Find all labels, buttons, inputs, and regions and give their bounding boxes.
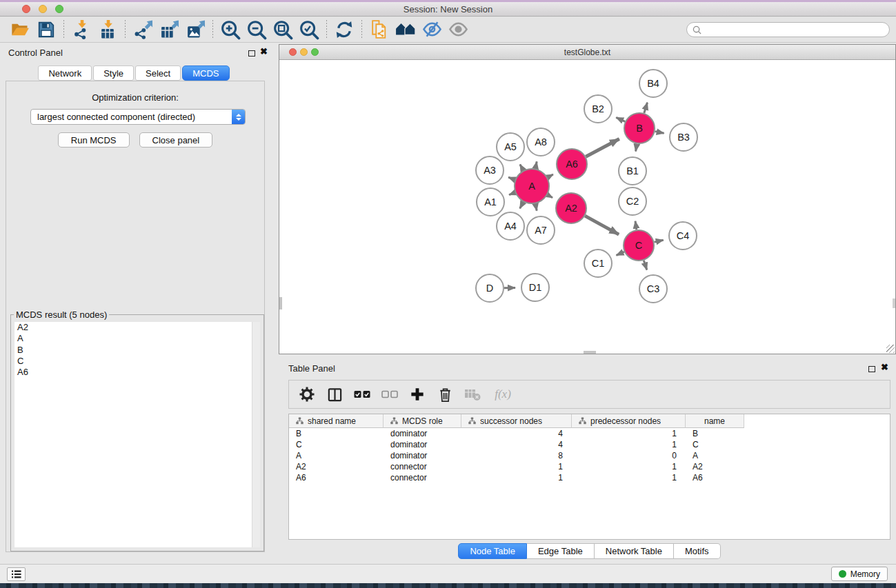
table-cell[interactable]: A6: [686, 473, 744, 483]
table-cell[interactable]: C: [686, 440, 744, 449]
table-cell[interactable]: 4: [461, 440, 572, 449]
network-node-A1[interactable]: A1: [477, 188, 504, 216]
column-header-MCDS-role[interactable]: MCDS role: [384, 414, 461, 428]
function-builder-button[interactable]: f(x): [488, 383, 518, 406]
table-cell[interactable]: dominator: [384, 440, 461, 449]
export-table-button[interactable]: [156, 19, 182, 41]
table-cell[interactable]: 1: [461, 473, 572, 483]
table-row[interactable]: A2connector11A2: [289, 461, 890, 472]
delete-table-button[interactable]: [460, 383, 485, 406]
show-graphics-details-button[interactable]: [445, 19, 471, 41]
table-cell[interactable]: 1: [572, 429, 686, 438]
zoom-selected-button[interactable]: [296, 19, 322, 41]
network-edge-A-A8[interactable]: [535, 161, 537, 168]
add-column-button[interactable]: [405, 383, 430, 406]
network-edge-B-B3[interactable]: [655, 132, 664, 134]
network-edge-B-B4[interactable]: [644, 103, 648, 113]
tab-network[interactable]: Network: [38, 65, 92, 81]
tab-mcds[interactable]: MCDS: [182, 65, 229, 81]
zoom-in-button[interactable]: [217, 19, 243, 41]
splitpane-handle-left[interactable]: [279, 297, 282, 310]
column-header-predecessor-nodes[interactable]: predecessor nodes: [572, 414, 686, 428]
table-row[interactable]: Bdominator41B: [289, 428, 890, 439]
network-edge-A2-C[interactable]: [585, 216, 619, 234]
table-cell[interactable]: A: [686, 451, 744, 460]
network-node-A7[interactable]: A7: [527, 216, 555, 244]
network-edge-A-A7[interactable]: [535, 204, 537, 211]
network-edge-B-B2[interactable]: [616, 117, 625, 121]
network-node-A4[interactable]: A4: [497, 212, 524, 240]
close-panel-button[interactable]: Close panel: [139, 132, 213, 148]
network-node-D[interactable]: D: [476, 274, 504, 302]
column-layout-button[interactable]: [322, 383, 347, 406]
table-cell[interactable]: A6: [289, 473, 384, 483]
clone-network-button[interactable]: [366, 19, 392, 41]
network-canvas[interactable]: B4 B2 B B3 A5 A8 A6 A3 B1 A A1 C2 A2: [279, 60, 895, 354]
network-edge-C-C3[interactable]: [644, 261, 647, 270]
table-cell[interactable]: 1: [461, 462, 572, 472]
network-edge-A-A1[interactable]: [509, 192, 515, 194]
import-network-button[interactable]: [68, 19, 94, 41]
network-edge-A-A5[interactable]: [520, 165, 524, 171]
network-edge-C-C1[interactable]: [617, 252, 625, 255]
select-all-button[interactable]: [350, 383, 375, 406]
refresh-button[interactable]: [331, 19, 357, 41]
deselect-all-button[interactable]: [377, 383, 402, 406]
network-node-A2[interactable]: A2: [556, 193, 586, 223]
zoom-out-button[interactable]: [243, 19, 270, 41]
mcds-result-item[interactable]: C: [14, 356, 252, 367]
network-node-A3[interactable]: A3: [476, 156, 504, 184]
network-edge-B-B1[interactable]: [636, 144, 637, 152]
home-layout-button[interactable]: [392, 19, 419, 41]
mcds-list-scrollbar[interactable]: [252, 322, 260, 547]
mcds-result-item[interactable]: B: [14, 345, 252, 356]
close-panel-icon[interactable]: ✖: [260, 46, 268, 57]
network-node-A6[interactable]: A6: [557, 149, 587, 179]
mcds-result-item[interactable]: A6: [14, 367, 252, 378]
tab-edge-table[interactable]: Edge Table: [527, 543, 595, 559]
column-header-successor-nodes[interactable]: successor nodes: [461, 414, 572, 428]
tab-style[interactable]: Style: [93, 65, 134, 81]
table-cell[interactable]: B: [289, 429, 384, 438]
mcds-result-item[interactable]: A2: [14, 322, 252, 333]
table-row[interactable]: Cdominator41C: [289, 439, 890, 450]
network-edge-A6-B[interactable]: [586, 139, 619, 157]
table-cell[interactable]: dominator: [384, 429, 461, 438]
table-cell[interactable]: 0: [572, 451, 686, 460]
import-table-button[interactable]: [94, 19, 121, 41]
table-cell[interactable]: 1: [572, 462, 686, 472]
table-cell[interactable]: connector: [384, 462, 461, 472]
tab-node-table[interactable]: Node Table: [458, 543, 527, 559]
table-row[interactable]: Adominator80A: [289, 450, 890, 461]
splitpane-handle-bottom[interactable]: [584, 351, 596, 354]
resize-grip-icon[interactable]: [886, 345, 895, 353]
show-panels-button[interactable]: [7, 567, 26, 581]
mcds-result-item[interactable]: A: [14, 333, 252, 344]
table-cell[interactable]: dominator: [384, 451, 461, 460]
criterion-select[interactable]: largest connected component (directed): [30, 109, 246, 125]
table-cell[interactable]: 8: [461, 451, 572, 460]
network-node-C4[interactable]: C4: [669, 222, 697, 250]
delete-column-button[interactable]: [432, 383, 457, 406]
tab-network-table[interactable]: Network Table: [595, 543, 674, 559]
table-row[interactable]: A6connector11A6: [289, 472, 890, 483]
export-network-button[interactable]: [130, 19, 156, 41]
float-panel-icon[interactable]: [248, 50, 255, 57]
tab-select[interactable]: Select: [135, 65, 181, 81]
save-session-button[interactable]: [33, 19, 59, 41]
network-edge-A-A2[interactable]: [548, 195, 552, 198]
network-node-B2[interactable]: B2: [584, 95, 612, 123]
open-file-button[interactable]: [7, 19, 33, 41]
column-header-name[interactable]: name: [686, 414, 744, 428]
float-panel-icon[interactable]: [868, 366, 875, 372]
run-mcds-button[interactable]: Run MCDS: [58, 132, 130, 148]
network-node-C[interactable]: C: [624, 230, 654, 261]
network-node-A[interactable]: A: [515, 169, 549, 203]
network-node-C3[interactable]: C3: [639, 275, 667, 303]
network-node-D1[interactable]: D1: [521, 274, 549, 301]
close-panel-icon[interactable]: ✖: [881, 362, 888, 372]
table-cell[interactable]: 1: [572, 473, 686, 483]
network-edge-A-A6[interactable]: [548, 174, 553, 177]
table-cell[interactable]: connector: [384, 473, 461, 483]
network-node-B4[interactable]: B4: [639, 70, 667, 97]
